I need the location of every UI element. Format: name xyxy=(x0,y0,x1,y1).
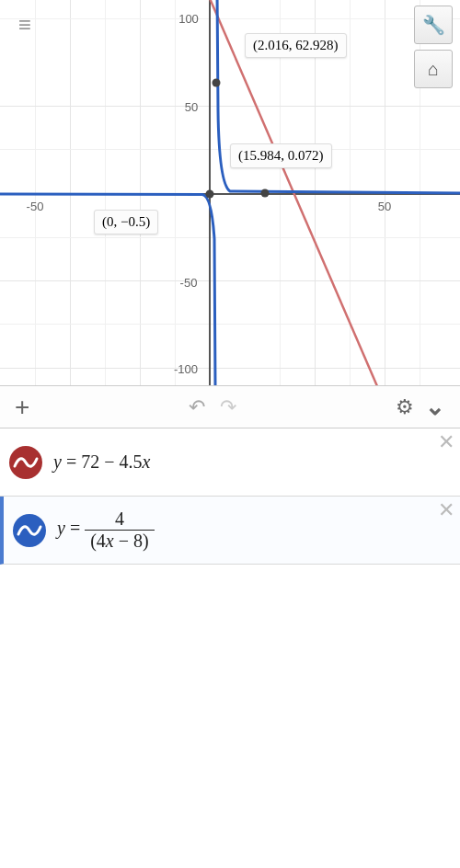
toolbar: + ↶ ↷ ⚙ ⌄ xyxy=(0,386,460,428)
axis-tick-xn50: -50 xyxy=(27,200,44,213)
add-expression-button[interactable]: + xyxy=(15,393,29,422)
expression-2-close-icon[interactable]: ✕ xyxy=(438,498,454,522)
settings-gear-icon[interactable]: ⚙ xyxy=(396,395,414,419)
point-2-dot[interactable] xyxy=(261,189,270,198)
expression-1-text[interactable]: y = 72 − 4.5x xyxy=(53,444,460,480)
wrench-icon[interactable]: 🔧 xyxy=(414,6,453,44)
expression-2-color-icon[interactable] xyxy=(7,508,52,553)
collapse-chevron-icon[interactable]: ⌄ xyxy=(425,393,445,421)
point-1-label[interactable]: (2.016, 62.928) xyxy=(245,33,347,58)
home-icon[interactable]: ⌂ xyxy=(414,50,453,88)
expression-row-1[interactable]: y = 72 − 4.5x ✕ xyxy=(0,428,460,497)
redo-button[interactable]: ↷ xyxy=(220,395,236,419)
expression-2-text[interactable]: y = 4(4x − 8) xyxy=(57,501,460,559)
point-2-label[interactable]: (15.984, 0.072) xyxy=(230,143,332,168)
axis-tick-n50: -50 xyxy=(180,276,198,290)
expression-1-color-icon[interactable] xyxy=(4,440,48,485)
axis-tick-x50: 50 xyxy=(378,200,391,213)
undo-button[interactable]: ↶ xyxy=(189,395,205,419)
point-3-dot[interactable] xyxy=(206,190,214,199)
expression-row-2[interactable]: y = 4(4x − 8) ✕ xyxy=(0,497,460,565)
axis-tick-50: 50 xyxy=(185,100,198,114)
expression-1-close-icon[interactable]: ✕ xyxy=(438,430,454,454)
point-1-dot[interactable] xyxy=(213,79,221,87)
point-3-label[interactable]: (0, −0.5) xyxy=(94,210,158,234)
x-axis xyxy=(0,193,460,195)
graph-canvas[interactable]: 100 50 -50 -100 -50 50 (2.016, 62.928) (… xyxy=(0,0,460,386)
hamburger-icon[interactable]: ≡ xyxy=(6,6,44,44)
axis-tick-100: 100 xyxy=(178,12,199,26)
axis-tick-n100: -100 xyxy=(174,362,198,376)
